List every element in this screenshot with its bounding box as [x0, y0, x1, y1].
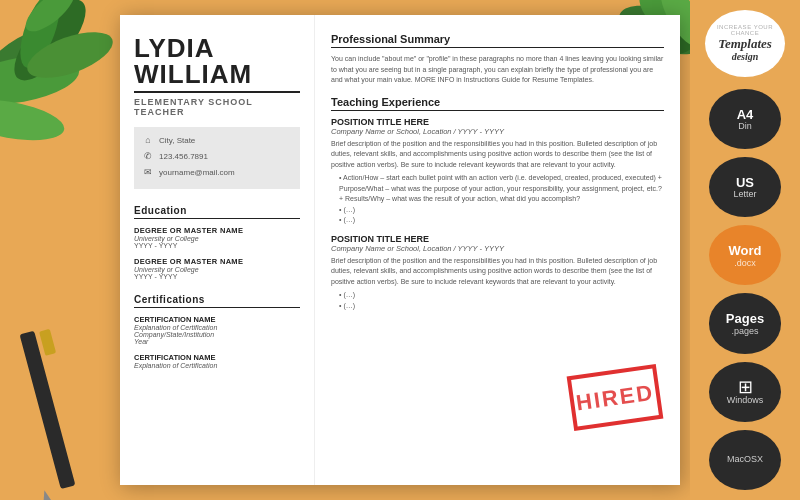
bullet-1-1: (…)	[339, 205, 664, 216]
bullet-2-1: (…)	[339, 301, 664, 312]
svg-point-6	[19, 0, 80, 38]
edu-school-2: University or College	[134, 266, 300, 273]
first-name: LYDIA	[134, 35, 300, 61]
edu-entry-1: DEGREE OR MASTER NAME University or Coll…	[134, 226, 300, 249]
contact-location: ⌂ City, State	[142, 134, 292, 146]
cert-explanation-1: Explanation of Certification	[134, 324, 300, 331]
company-line-1: Company Name or School, Location / YYYY …	[331, 127, 664, 136]
edu-year-2: YYYY - YYYY	[134, 273, 300, 280]
contact-email: ✉ yourname@mail.com	[142, 166, 292, 178]
location-icon: ⌂	[142, 134, 154, 146]
svg-marker-9	[38, 489, 57, 500]
position-title-1: POSITION TITLE HERE	[331, 117, 664, 127]
experience-header: Teaching Experience	[331, 96, 664, 111]
experience-entry-2: POSITION TITLE HERE Company Name or Scho…	[331, 234, 664, 312]
left-column: LYDIA WILLIAM Elementary School Teacher …	[120, 15, 315, 485]
svg-rect-8	[39, 329, 56, 356]
cert-year-1: Year	[134, 338, 300, 345]
edu-degree-2: DEGREE OR MASTER NAME	[134, 257, 300, 266]
name-block: LYDIA WILLIAM Elementary School Teacher	[134, 35, 300, 117]
position-title-2: POSITION TITLE HERE	[331, 234, 664, 244]
cert-name-2: CERTIFICATION NAME	[134, 353, 300, 362]
svg-point-4	[12, 0, 68, 73]
experience-entry-1: POSITION TITLE HERE Company Name or Scho…	[331, 117, 664, 226]
format-windows[interactable]: ⊞ Windows	[709, 362, 781, 422]
exp-desc-1: Brief description of the position and th…	[331, 139, 664, 171]
hired-text: HIRED	[574, 379, 655, 416]
bullet-1-2: (…)	[339, 215, 664, 226]
summary-header: Professional Summary	[331, 33, 664, 48]
svg-rect-7	[20, 331, 76, 489]
templates-logo: INCREASE YOUR CHANCE Templates design	[705, 10, 785, 77]
cert-entry-1: CERTIFICATION NAME Explanation of Certif…	[134, 315, 300, 345]
bullet-1-0: Action/How – start each bullet point wit…	[339, 173, 664, 205]
svg-point-1	[0, 48, 83, 112]
right-sidebar: INCREASE YOUR CHANCE Templates design A4…	[690, 0, 800, 500]
certifications-header: Certifications	[134, 294, 300, 308]
resume-paper: LYDIA WILLIAM Elementary School Teacher …	[120, 15, 680, 485]
edu-school-1: University or College	[134, 235, 300, 242]
right-column: Professional Summary You can include "ab…	[315, 15, 680, 485]
svg-point-3	[0, 93, 67, 148]
contact-block: ⌂ City, State ✆ 123.456.7891 ✉ yourname@…	[134, 127, 300, 189]
svg-point-2	[3, 0, 98, 91]
format-a4[interactable]: A4 Din	[709, 89, 781, 149]
format-pages[interactable]: Pages .pages	[709, 293, 781, 353]
phone-icon: ✆	[142, 150, 154, 162]
cert-entry-2: CERTIFICATION NAME Explanation of Certif…	[134, 353, 300, 369]
edu-degree-1: DEGREE OR MASTER NAME	[134, 226, 300, 235]
format-word[interactable]: Word .docx	[709, 225, 781, 285]
last-name: WILLIAM	[134, 61, 300, 87]
bullet-2-0: (…)	[339, 290, 664, 301]
format-us-letter[interactable]: US Letter	[709, 157, 781, 217]
email-icon: ✉	[142, 166, 154, 178]
windows-icon: ⊞	[738, 378, 753, 396]
cert-company-1: Company/State/Institution	[134, 331, 300, 338]
education-header: Education	[134, 205, 300, 219]
company-line-2: Company Name or School, Location / YYYY …	[331, 244, 664, 253]
plant-left-decoration	[0, 0, 130, 500]
svg-point-5	[22, 23, 119, 88]
format-macosx[interactable]: MacOSX	[709, 430, 781, 490]
hired-stamp: HIRED	[567, 364, 664, 431]
exp-desc-2: Brief description of the position and th…	[331, 256, 664, 288]
svg-point-0	[0, 11, 90, 109]
job-title: Elementary School Teacher	[134, 91, 300, 117]
edu-year-1: YYYY - YYYY	[134, 242, 300, 249]
cert-explanation-2: Explanation of Certification	[134, 362, 300, 369]
cert-name-1: CERTIFICATION NAME	[134, 315, 300, 324]
summary-text: You can include "about me" or "profile" …	[331, 54, 664, 86]
outer-wrapper: LYDIA WILLIAM Elementary School Teacher …	[0, 0, 800, 500]
contact-phone: ✆ 123.456.7891	[142, 150, 292, 162]
edu-entry-2: DEGREE OR MASTER NAME University or Coll…	[134, 257, 300, 280]
